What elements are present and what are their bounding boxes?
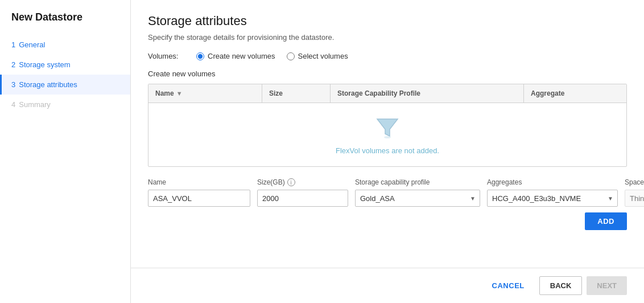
funnel-icon <box>374 114 401 142</box>
radio-group: Create new volumes Select volumes <box>196 52 348 60</box>
scp-select-wrapper: Gold_ASA ▼ <box>355 190 480 207</box>
form-readonly-space-reserve: Thin <box>625 190 644 207</box>
step-num-2: 2 <box>11 60 15 69</box>
form-label-aggregates: Aggregates <box>487 178 618 186</box>
cancel-button[interactable]: CANCEL <box>482 276 535 295</box>
radio-create-new[interactable]: Create new volumes <box>196 52 275 60</box>
form-label-name: Name <box>148 178 250 186</box>
form-col-space-reserve: Space reserve Thin <box>625 178 644 207</box>
radio-create-input[interactable] <box>196 52 204 60</box>
col-aggregate-label: Aggregate <box>531 89 564 97</box>
form-input-size[interactable] <box>257 190 348 207</box>
step-num: 1 <box>11 40 15 49</box>
col-aggregate: Aggregate <box>524 84 626 103</box>
volumes-table: Name ▼ Size Storage Capability Profile A… <box>148 84 627 167</box>
form-label-space-reserve: Space reserve <box>625 178 644 186</box>
app-container: New Datastore 1 General 2 Storage system… <box>0 0 644 303</box>
filter-icon[interactable]: ▼ <box>176 90 183 97</box>
step-num-4: 4 <box>11 100 15 109</box>
col-size: Size <box>262 84 331 103</box>
empty-state: FlexVol volumes are not added. <box>336 114 439 155</box>
step-num-3: 3 <box>11 80 15 89</box>
sidebar-title: New Datastore <box>0 11 130 35</box>
svg-point-0 <box>384 136 391 138</box>
next-button: NEXT <box>587 276 627 295</box>
form-col-size: Size(GB) i <box>257 178 348 207</box>
create-section-label: Create new volumes <box>148 69 627 78</box>
form-input-name[interactable] <box>148 190 250 207</box>
info-icon[interactable]: i <box>287 178 295 186</box>
form-col-aggregates: Aggregates HCG_A400_E3u3b_NVME ▼ <box>487 178 618 207</box>
form-label-size-text: Size(GB) <box>257 178 285 186</box>
col-name: Name ▼ <box>148 84 262 103</box>
add-form: Name Size(GB) i Storage capability profi… <box>148 178 627 207</box>
sidebar: New Datastore 1 General 2 Storage system… <box>0 0 131 303</box>
page-subtitle: Specify the storage details for provisio… <box>148 33 627 42</box>
form-col-scp: Storage capability profile Gold_ASA ▼ <box>355 178 480 207</box>
table-body: FlexVol volumes are not added. <box>148 103 626 166</box>
form-label-scp: Storage capability profile <box>355 178 480 186</box>
sidebar-item-label-summary: Summary <box>19 100 51 109</box>
volumes-label: Volumes: <box>148 52 185 60</box>
sidebar-item-label-storage-system: Storage system <box>19 60 70 69</box>
sidebar-item-storage-system[interactable]: 2 Storage system <box>0 55 130 75</box>
aggregates-select-wrapper: HCG_A400_E3u3b_NVME ▼ <box>487 190 618 207</box>
form-select-aggregates[interactable]: HCG_A400_E3u3b_NVME <box>487 190 618 207</box>
form-select-scp[interactable]: Gold_ASA <box>355 190 480 207</box>
volumes-row: Volumes: Create new volumes Select volum… <box>148 52 627 60</box>
table-header: Name ▼ Size Storage Capability Profile A… <box>148 84 626 103</box>
col-scp-label: Storage Capability Profile <box>337 89 420 97</box>
empty-text: FlexVol volumes are not added. <box>336 146 439 155</box>
radio-select-label: Select volumes <box>298 52 348 60</box>
sidebar-item-label-general: General <box>19 40 45 49</box>
radio-select-input[interactable] <box>287 52 295 60</box>
page-title: Storage attributes <box>148 14 627 28</box>
back-button[interactable]: BACK <box>539 276 583 295</box>
sidebar-item-general[interactable]: 1 General <box>0 35 130 55</box>
col-size-label: Size <box>269 89 283 97</box>
radio-select[interactable]: Select volumes <box>287 52 348 60</box>
form-label-size: Size(GB) i <box>257 178 348 186</box>
sidebar-item-summary: 4 Summary <box>0 95 130 114</box>
col-name-label: Name <box>155 89 174 97</box>
radio-create-label: Create new volumes <box>208 52 275 60</box>
sidebar-item-storage-attributes[interactable]: 3 Storage attributes <box>0 75 130 95</box>
form-col-name: Name <box>148 178 250 207</box>
main-content: Storage attributes Specify the storage d… <box>131 0 644 303</box>
col-scp: Storage Capability Profile <box>331 84 524 103</box>
add-btn-row: ADD <box>148 212 627 230</box>
add-button[interactable]: ADD <box>585 212 627 230</box>
sidebar-item-label-storage-attributes: Storage attributes <box>19 80 77 89</box>
footer: CANCEL BACK NEXT <box>131 268 644 303</box>
